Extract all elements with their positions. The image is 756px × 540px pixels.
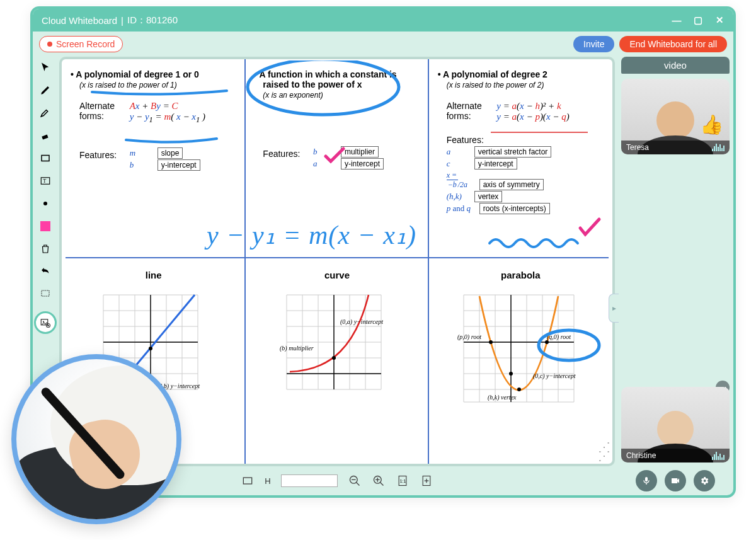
stylus-hand-illustration <box>11 354 181 524</box>
col1-alt1: Ax + By = C <box>130 101 178 111</box>
undo-tool[interactable] <box>38 265 52 279</box>
pointer-tool[interactable] <box>38 60 52 74</box>
panel-collapse-handle[interactable]: ▸ <box>609 294 619 323</box>
action-bar: Screen Record Invite End Whiteboard for … <box>33 32 733 57</box>
col1-shape: line <box>62 270 245 280</box>
svg-point-68 <box>509 372 513 376</box>
svg-text:(h,k) vertex: (h,k) vertex <box>488 394 517 401</box>
col3-alt2: y = a(x − p)(x − q) <box>496 112 569 122</box>
col3-graph: (p,0) root (q,0) root (0,c) y−intercept … <box>451 289 590 415</box>
col2-graph: (0,a) y−intercept (b) multiplier <box>277 289 397 402</box>
shape-tool[interactable] <box>38 151 52 165</box>
end-whiteboard-button[interactable]: End Whiteboard for all <box>619 36 727 52</box>
app-name: Cloud Whiteboard <box>42 15 117 26</box>
invite-button[interactable]: Invite <box>573 36 614 52</box>
col3-feat-label: Features: <box>447 135 495 145</box>
col2-shape: curve <box>245 270 428 280</box>
svg-text:T: T <box>43 178 46 184</box>
svg-rect-0 <box>42 135 48 140</box>
svg-point-67 <box>517 388 521 391</box>
video-card-2[interactable]: Christine <box>621 387 730 462</box>
dot-tool[interactable] <box>38 197 52 210</box>
screen-record-button[interactable]: Screen Record <box>39 36 123 52</box>
fit-page-button[interactable]: 1:1 <box>396 474 410 488</box>
zoom-in-button[interactable] <box>372 474 386 488</box>
col2-feat-label: Features: <box>263 149 311 159</box>
audio-wave-icon <box>712 144 724 151</box>
height-label: H <box>265 476 270 486</box>
highlighter-tool[interactable] <box>38 106 52 120</box>
col1-subtitle: (x is raised to the power of 1) <box>79 81 232 89</box>
video-panel-header: video <box>621 57 730 74</box>
text-tool[interactable]: T <box>38 174 52 188</box>
svg-line-77 <box>356 483 359 486</box>
svg-line-80 <box>380 483 383 486</box>
screen-record-label: Screen Record <box>56 39 115 49</box>
mic-button[interactable] <box>636 470 657 491</box>
close-button[interactable]: ✕ <box>714 14 724 26</box>
svg-text:1:1: 1:1 <box>400 479 406 483</box>
svg-point-25 <box>149 347 152 350</box>
session-id: ID：801260 <box>127 14 178 26</box>
col3-alt-label: Alternate forms: <box>447 101 495 121</box>
svg-rect-1 <box>42 156 49 161</box>
svg-rect-75 <box>244 478 252 484</box>
minimize-button[interactable]: — <box>672 15 682 26</box>
canvas-col-2: A function in which a constant is raised… <box>245 59 428 464</box>
color-swatch[interactable] <box>38 219 52 233</box>
col1-feat-label: Features: <box>79 150 127 160</box>
svg-text:(b) multiplier: (b) multiplier <box>280 345 314 352</box>
handwritten-equation: y − y₁ = m(x − x₁) <box>207 219 416 250</box>
trash-tool[interactable] <box>38 242 52 256</box>
svg-text:(0,a) y−intercept: (0,a) y−intercept <box>340 318 383 326</box>
participant-2-name: Christine <box>626 451 656 460</box>
svg-text:(0,c) y−intercept: (0,c) y−intercept <box>533 372 576 380</box>
svg-point-6 <box>43 321 44 322</box>
new-page-button[interactable] <box>420 474 433 488</box>
canvas-col-3: A polynomial of degree 2 (x is raised to… <box>429 59 612 464</box>
maximize-button[interactable]: ▢ <box>693 14 703 26</box>
settings-button[interactable] <box>694 470 715 491</box>
svg-point-65 <box>489 340 493 344</box>
svg-point-43 <box>332 356 336 360</box>
video-controls <box>621 470 730 491</box>
draw-rect-tool[interactable] <box>241 474 255 488</box>
camera-button[interactable] <box>665 470 686 491</box>
add-image-tool[interactable] <box>34 311 57 334</box>
col1-title: A polynomial of degree 1 or 0 <box>79 69 232 79</box>
col1-alt-label: Alternate forms: <box>79 101 127 121</box>
zoom-out-button[interactable] <box>348 474 362 488</box>
col3-title: A polynomial of degree 2 <box>447 69 600 79</box>
title-separator: | <box>121 15 123 26</box>
lasso-tool[interactable] <box>38 287 52 301</box>
pen-tool[interactable] <box>38 83 52 97</box>
participant-1-name: Teresa <box>626 143 649 152</box>
col2-title: A function in which a constant is raised… <box>263 69 416 89</box>
title-bar: Cloud Whiteboard | ID：801260 — ▢ ✕ <box>33 9 733 32</box>
resize-grip[interactable]: ⋰⋰ <box>598 442 609 460</box>
svg-point-66 <box>545 340 549 344</box>
video-panel: ▸ video 👍 Teresa ⋯ Christine <box>617 57 733 495</box>
col2-subtitle: (x is an exponent) <box>263 91 416 100</box>
svg-text:(q,0) root: (q,0) root <box>547 333 571 341</box>
svg-rect-4 <box>42 290 49 296</box>
audio-wave-icon <box>712 452 724 460</box>
svg-text:(p,0) root: (p,0) root <box>457 333 481 341</box>
record-icon <box>47 42 52 47</box>
eraser-tool[interactable] <box>38 129 52 142</box>
height-input[interactable] <box>281 474 338 487</box>
col3-alt1: y = a(x − h)² + k <box>496 101 561 111</box>
col1-alt2: y − y1 = m( x − x1 ) <box>130 112 205 122</box>
col3-shape: parabola <box>429 270 612 280</box>
video-card-1[interactable]: 👍 Teresa <box>621 79 730 154</box>
col3-subtitle: (x is raised to the power of 2) <box>447 81 600 89</box>
